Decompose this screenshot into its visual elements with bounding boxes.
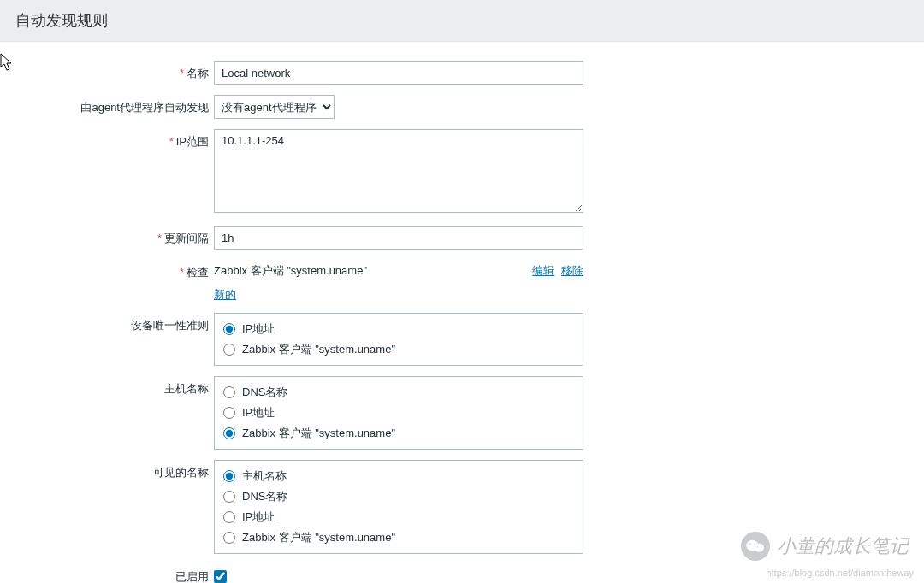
check-name: Zabbix 客户端 "system.uname" (214, 263, 367, 279)
interval-label: *更新间隔 (9, 226, 214, 246)
check-new-link[interactable]: 新的 (214, 288, 236, 301)
visiblename-radio-dns[interactable] (223, 491, 235, 503)
proxy-label: 由agent代理程序自动发现 (9, 95, 214, 115)
visiblename-option-label[interactable]: IP地址 (242, 509, 275, 525)
svg-point-1 (755, 544, 764, 552)
visiblename-option-label[interactable]: Zabbix 客户端 "system.uname" (242, 530, 395, 545)
name-input[interactable] (214, 61, 583, 85)
proxy-select[interactable]: 没有agent代理程序 (214, 95, 335, 119)
wechat-icon (741, 532, 770, 561)
interval-input[interactable] (214, 226, 583, 250)
visiblename-option-label[interactable]: DNS名称 (242, 489, 287, 504)
uniqueness-radio-ip[interactable] (223, 323, 235, 335)
name-label: *名称 (9, 61, 214, 81)
visiblename-radio-zabbix[interactable] (223, 532, 235, 544)
check-remove-link[interactable]: 移除 (561, 264, 583, 277)
check-edit-link[interactable]: 编辑 (532, 264, 554, 277)
hostname-option-label[interactable]: IP地址 (242, 405, 275, 421)
uniqueness-label: 设备唯一性准则 (9, 313, 214, 333)
svg-point-3 (754, 543, 755, 545)
form-container: *名称 由agent代理程序自动发现 没有agent代理程序 *IP范围 10.… (9, 47, 915, 583)
visiblename-option-label[interactable]: 主机名称 (242, 468, 287, 484)
visiblename-label: 可见的名称 (9, 460, 214, 480)
svg-point-5 (761, 546, 761, 547)
hostname-radio-dns[interactable] (223, 386, 235, 398)
watermark-text: 小董的成长笔记 (777, 533, 909, 559)
page-title: 自动发现规则 (0, 0, 924, 42)
visiblename-group: 主机名称 DNS名称 IP地址 Zabbix 客户端 "system.uname… (214, 460, 583, 554)
visiblename-radio-ip[interactable] (223, 511, 235, 523)
hostname-option-label[interactable]: DNS名称 (242, 385, 287, 400)
uniqueness-option-label[interactable]: Zabbix 客户端 "system.uname" (242, 342, 395, 357)
hostname-option-label[interactable]: Zabbix 客户端 "system.uname" (242, 426, 395, 441)
uniqueness-radio-zabbix[interactable] (223, 344, 235, 356)
watermark: 小董的成长笔记 (741, 532, 909, 561)
mouse-cursor-icon (0, 53, 14, 72)
check-row: Zabbix 客户端 "system.uname" 编辑 移除 (214, 260, 583, 287)
uniqueness-group: IP地址 Zabbix 客户端 "system.uname" (214, 313, 583, 366)
hostname-radio-zabbix[interactable] (223, 427, 235, 439)
iprange-textarea[interactable]: 10.1.1.1-254 (214, 129, 583, 213)
iprange-label: *IP范围 (9, 129, 214, 150)
svg-point-2 (749, 543, 751, 545)
hostname-radio-ip[interactable] (223, 407, 235, 419)
footer-url: https://blog.csdn.net/diamontheway (767, 568, 914, 578)
hostname-label: 主机名称 (9, 376, 214, 397)
hostname-group: DNS名称 IP地址 Zabbix 客户端 "system.uname" (214, 376, 583, 450)
enabled-label: 已启用 (9, 564, 214, 583)
enabled-checkbox[interactable] (214, 570, 227, 583)
visiblename-radio-host[interactable] (223, 470, 235, 482)
svg-point-4 (757, 546, 758, 547)
checks-label: *检查 (9, 260, 214, 280)
uniqueness-option-label[interactable]: IP地址 (242, 321, 275, 337)
